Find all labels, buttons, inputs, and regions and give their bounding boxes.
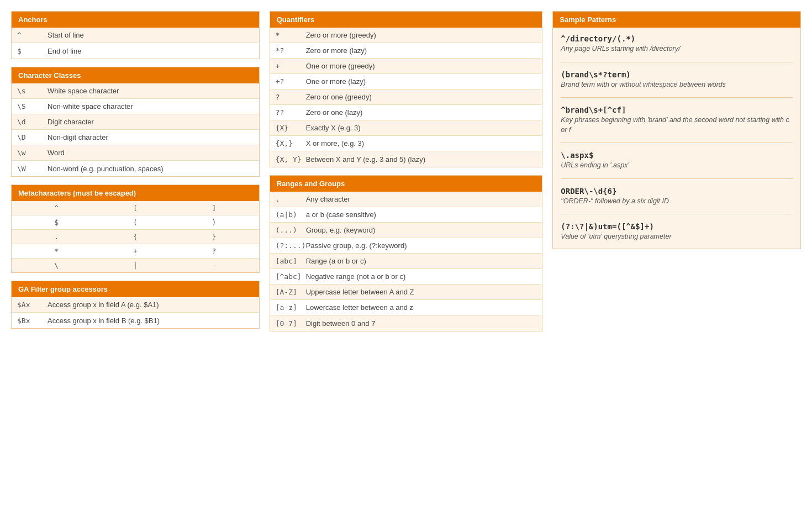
q-val-0: Zero or more (greedy) — [306, 31, 537, 39]
meta-row-1: $ ( ) — [12, 215, 259, 230]
q-key-0: * — [276, 31, 306, 39]
rg-key-2: (...) — [276, 226, 306, 234]
q-row-0: * Zero or more (greedy) — [270, 28, 542, 43]
sample-divider-2 — [561, 143, 793, 143]
ga-key-0: $Ax — [17, 301, 48, 309]
ga-filter-body: $Ax Access group x in field A (e.g. $A1)… — [12, 297, 259, 328]
q-val-2: One or more (greedy) — [306, 62, 537, 70]
character-classes-section: Character Classes \s White space charact… — [11, 67, 260, 177]
meta-c1-4: \ — [17, 261, 96, 270]
rg-key-6: [A-Z] — [276, 288, 306, 296]
anchors-section: Anchors ^ Start of line $ End of line — [11, 11, 260, 59]
samples-body: ^/directory/(.*) Any page URLs starting … — [553, 28, 800, 249]
sample-item-4: ORDER\-\d{6} "ORDER-" followed by a six … — [561, 187, 793, 207]
meta-c1-1: $ — [17, 218, 96, 226]
anchors-body: ^ Start of line $ End of line — [12, 28, 259, 59]
character-classes-body: \s White space character \S Non-white sp… — [12, 83, 259, 176]
cc-key-2: \d — [17, 118, 48, 126]
sample-desc-1: Brand term with or without whitespace be… — [561, 80, 793, 90]
meta-c2-2: { — [96, 233, 175, 241]
rg-row-5: [^abc] Negative range (not a or b or c) — [270, 269, 542, 285]
rg-key-7: [a-z] — [276, 303, 306, 312]
sample-pattern-0: ^/directory/(.*) — [561, 34, 793, 43]
meta-c3-0: ] — [175, 204, 254, 212]
sample-divider-4 — [561, 214, 793, 214]
column-2: Quantifiers * Zero or more (greedy) *? Z… — [270, 11, 543, 331]
meta-c3-2: } — [175, 233, 254, 241]
sample-item-3: \.aspx$ URLs ending in '.aspx' — [561, 151, 793, 171]
sample-pattern-4: ORDER\-\d{6} — [561, 187, 793, 196]
sample-desc-2: Key phrases beginning with 'brand' and t… — [561, 115, 793, 135]
rg-row-3: (?:...) Passive group, e.g. (?:keyword) — [270, 238, 542, 254]
rg-key-0: . — [276, 195, 306, 203]
anchor-key-0: ^ — [17, 31, 48, 39]
cc-row-5: \W Non-word (e.g. punctuation, spaces) — [12, 161, 259, 176]
cc-row-2: \d Digit character — [12, 114, 259, 130]
sample-pattern-1: (brand\s*?term) — [561, 70, 793, 79]
meta-c2-1: ( — [96, 218, 175, 226]
column-3: Sample Patterns ^/directory/(.*) Any pag… — [552, 11, 801, 249]
quantifiers-section: Quantifiers * Zero or more (greedy) *? Z… — [270, 11, 543, 167]
sample-item-2: ^brand\s+[^cf] Key phrases beginning wit… — [561, 106, 793, 135]
q-val-7: X or more, (e.g. 3) — [306, 139, 537, 147]
anchor-key-1: $ — [17, 47, 48, 55]
meta-c1-2: . — [17, 233, 96, 241]
cc-val-3: Non-digit character — [48, 133, 254, 141]
q-row-6: {X} Exactly X (e.g. 3) — [270, 120, 542, 136]
meta-row-2: . { } — [12, 230, 259, 244]
q-val-6: Exactly X (e.g. 3) — [306, 124, 537, 132]
metacharacters-body: ^ [ ] $ ( ) . { } * + ? — [12, 201, 259, 272]
q-row-3: +? One or more (lazy) — [270, 74, 542, 89]
q-val-4: Zero or one (greedy) — [306, 93, 537, 101]
meta-c2-3: + — [96, 247, 175, 255]
cc-row-4: \w Word — [12, 145, 259, 161]
cc-val-5: Non-word (e.g. punctuation, spaces) — [48, 165, 254, 173]
cc-key-5: \W — [17, 165, 48, 173]
rg-key-3: (?:...) — [276, 241, 306, 250]
ga-row-1: $Bx Access group x in field B (e.g. $B1) — [12, 313, 259, 328]
rg-row-6: [A-Z] Uppercase letter between A and Z — [270, 285, 542, 300]
q-val-5: Zero or one (lazy) — [306, 108, 537, 117]
rg-val-7: Lowercase letter between a and z — [306, 303, 537, 312]
cc-row-3: \D Non-digit character — [12, 130, 259, 145]
meta-row-3: * + ? — [12, 244, 259, 259]
q-row-8: {X, Y} Between X and Y (e.g. 3 and 5) (l… — [270, 151, 542, 167]
rg-row-7: [a-z] Lowercase letter between a and z — [270, 300, 542, 315]
quantifiers-header: Quantifiers — [270, 12, 542, 28]
meta-c2-0: [ — [96, 204, 175, 212]
rg-val-1: a or b (case sensitive) — [306, 210, 537, 219]
ga-row-0: $Ax Access group x in field A (e.g. $A1) — [12, 297, 259, 313]
rg-val-5: Negative range (not a or b or c) — [306, 272, 537, 281]
rg-key-8: [0-7] — [276, 319, 306, 328]
ga-val-0: Access group x in field A (e.g. $A1) — [48, 301, 254, 309]
quantifiers-body: * Zero or more (greedy) *? Zero or more … — [270, 28, 542, 167]
q-val-3: One or more (lazy) — [306, 77, 537, 86]
sample-item-0: ^/directory/(.*) Any page URLs starting … — [561, 34, 793, 54]
q-key-3: +? — [276, 77, 306, 86]
rg-row-1: (a|b) a or b (case sensitive) — [270, 207, 542, 223]
meta-row-0: ^ [ ] — [12, 201, 259, 215]
main-layout: Anchors ^ Start of line $ End of line Ch… — [11, 11, 801, 331]
cc-key-3: \D — [17, 133, 48, 141]
ranges-groups-body: . Any character (a|b) a or b (case sensi… — [270, 192, 542, 331]
ga-filter-header: GA Filter group accessors — [12, 281, 259, 297]
samples-section: Sample Patterns ^/directory/(.*) Any pag… — [552, 11, 801, 249]
cc-key-0: \s — [17, 87, 48, 95]
rg-val-4: Range (a or b or c) — [306, 257, 537, 265]
cc-val-2: Digit character — [48, 118, 254, 126]
meta-c1-3: * — [17, 247, 96, 255]
rg-val-2: Group, e.g. (keyword) — [306, 226, 537, 234]
sample-pattern-3: \.aspx$ — [561, 151, 793, 160]
q-val-1: Zero or more (lazy) — [306, 46, 537, 55]
ga-key-1: $Bx — [17, 317, 48, 325]
q-row-2: + One or more (greedy) — [270, 59, 542, 74]
sample-pattern-5: (?:\?|&)utm=([^&$]+) — [561, 222, 793, 231]
rg-key-5: [^abc] — [276, 272, 306, 281]
sample-desc-3: URLs ending in '.aspx' — [561, 161, 793, 171]
meta-c2-4: | — [96, 261, 175, 270]
anchor-row-0: ^ Start of line — [12, 28, 259, 43]
cc-val-1: Non-white space character — [48, 102, 254, 110]
rg-row-2: (...) Group, e.g. (keyword) — [270, 223, 542, 238]
samples-header: Sample Patterns — [553, 12, 800, 28]
ga-val-1: Access group x in field B (e.g. $B1) — [48, 317, 254, 325]
